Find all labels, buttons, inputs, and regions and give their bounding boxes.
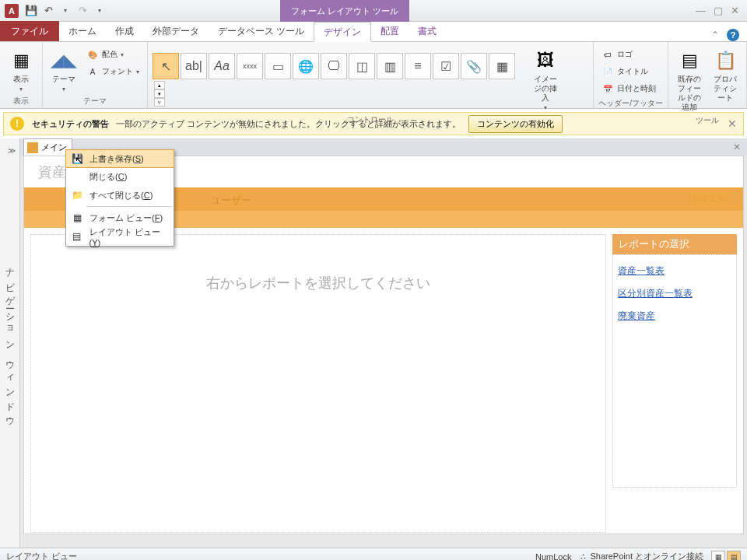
ctx-close[interactable]: 閉じる(C) (66, 167, 174, 186)
datetime-button[interactable]: 📅日付と時刻 (598, 81, 659, 96)
label-control[interactable]: Aa (209, 53, 235, 79)
chevron-down-icon: ▾ (544, 104, 547, 111)
gallery-more-icon[interactable]: ▿ (154, 98, 165, 107)
security-message[interactable]: 一部のアクティブ コンテンツが無効にされました。クリックすると詳細が表示されます… (116, 119, 461, 128)
tab-external-data[interactable]: 外部データ (143, 21, 209, 41)
view-icon: ▦ (9, 48, 33, 73)
group-tools: ▤ 既存のフィールドの追加 📋 プロパティシート ツール (668, 42, 747, 108)
gallery-down-icon[interactable]: ▾ (154, 89, 165, 98)
tab-format[interactable]: 書式 (409, 21, 446, 41)
view-form-button[interactable]: ▦ (711, 551, 725, 561)
view-layout-button[interactable]: ▤ (727, 551, 741, 561)
redo-icon[interactable]: ↷ (75, 3, 90, 19)
app-icon: A (5, 4, 19, 18)
insert-image-button[interactable]: 🖼 イメージの挿入 ▾ (529, 47, 562, 113)
logo-icon: 🏷 (601, 48, 614, 61)
status-numlock: NumLock (535, 552, 571, 561)
form-title: 資産 (38, 163, 66, 181)
hyperlink-control[interactable]: 🌐 (293, 53, 319, 79)
undo-icon[interactable]: ↶ (40, 3, 56, 19)
tab-context-menu: 💾 上書き保存(S) 閉じる(C) 📁 すべて閉じる(C) ▦ フォーム ビュー… (65, 149, 174, 247)
tab-database-tools[interactable]: データベース ツール (209, 21, 314, 41)
ctx-save[interactable]: 💾 上書き保存(S) (65, 149, 174, 168)
ribbon-tab-strip: ファイル ホーム 作成 外部データ データベース ツール デザイン 配置 書式 … (0, 22, 747, 42)
report-select-header: レポートの選択 (612, 234, 737, 254)
form-body: 右からレポートを選択してください レポートの選択 資産一覧表 区分別資産一覧表 … (24, 228, 743, 534)
undo-dropdown-icon[interactable]: ▾ (58, 3, 73, 19)
tab-arrange[interactable]: 配置 (371, 21, 409, 41)
close-icon[interactable]: ✕ (731, 5, 739, 16)
body-placeholder-text: 右からレポートを選択してください (206, 274, 430, 292)
form-body-left: 右からレポートを選択してください (30, 234, 606, 533)
button-control[interactable]: xxxx (237, 53, 263, 79)
sharepoint-status: ⛬ SharePoint とオンライン接続 (579, 551, 703, 560)
restore-icon[interactable]: ▢ (714, 5, 723, 16)
navigation-control[interactable]: ◫ (349, 53, 375, 79)
ctx-layout-view-label: レイアウト ビュー(Y) (89, 226, 170, 247)
ctx-form-view[interactable]: ▦ フォーム ビュー(F) (66, 208, 174, 227)
select-tool[interactable]: ↖ (153, 53, 179, 79)
view-switcher: ▦ ▤ (711, 551, 741, 561)
ctx-layout-view[interactable]: ▤ レイアウト ビュー(Y) (66, 227, 174, 246)
nav-tab-add-new[interactable]: [新規追加] (689, 194, 728, 204)
blank-icon (71, 170, 83, 183)
tab-design[interactable]: デザイン (314, 22, 371, 42)
colors-button[interactable]: 🎨 配色 ▾ (83, 47, 142, 62)
ctx-close-all[interactable]: 📁 すべて閉じる(C) (66, 186, 174, 205)
fonts-icon: A (86, 65, 99, 78)
subform-control[interactable]: ▦ (489, 53, 515, 79)
group-themes: ◢◣ テーマ ▾ 🎨 配色 ▾ A フォント ▾ テーマ (43, 42, 148, 108)
nav-expand-icon[interactable]: ≫ (8, 146, 16, 155)
view-button[interactable]: ▦ 表示 ▾ (5, 47, 37, 94)
qat-customize-icon[interactable]: ▾ (92, 3, 107, 19)
navigation-pane-collapsed[interactable]: ナビゲーション ウィンドウ (0, 138, 20, 548)
listbox-control[interactable]: ≡ (405, 53, 431, 79)
ctx-save-label: 上書き保存(S) (89, 153, 144, 165)
warning-icon: ! (10, 117, 24, 131)
help-icon[interactable]: ? (727, 29, 739, 41)
tab-control[interactable]: ▭ (265, 53, 291, 79)
checkbox-control[interactable]: ☑ (433, 53, 459, 79)
chevron-down-icon: ▾ (62, 86, 65, 93)
group-controls: ↖ ab| Aa xxxx ▭ 🌐 🖵 ◫ ▥ ≡ ☑ 📎 ▦ ▴ ▾ ▿ (148, 42, 594, 108)
add-fields-button[interactable]: ▤ 既存のフィールドの追加 (673, 47, 706, 114)
report-link-asset-list[interactable]: 資産一覧表 (616, 260, 733, 282)
tab-home[interactable]: ホーム (59, 21, 106, 41)
textbox-control[interactable]: ab| (181, 53, 207, 79)
datetime-label: 日付と時刻 (617, 83, 656, 94)
image-icon: 🖼 (533, 48, 558, 73)
minimize-icon[interactable]: — (696, 5, 706, 16)
tab-create[interactable]: 作成 (106, 21, 143, 41)
property-sheet-icon: 📋 (713, 48, 738, 73)
group-label-views: 表示 (5, 94, 37, 108)
attachment-control[interactable]: 📎 (461, 53, 487, 79)
close-document-icon[interactable]: ✕ (733, 142, 747, 152)
title-button[interactable]: 📄タイトル (598, 64, 659, 79)
enable-content-button[interactable]: コンテンツの有効化 (468, 115, 563, 133)
status-right: NumLock ⛬ SharePoint とオンライン接続 ▦ ▤ (535, 551, 741, 561)
close-bar-icon[interactable]: ✕ (728, 117, 737, 130)
sharepoint-label: SharePoint とオンライン接続 (591, 551, 703, 560)
save-icon[interactable]: 💾 (23, 3, 39, 19)
themes-icon: ◢◣ (51, 48, 76, 73)
property-sheet-button[interactable]: 📋 プロパティシート (709, 47, 742, 104)
nav-tab-users[interactable]: ユーザー (198, 191, 264, 211)
report-link-discarded[interactable]: 廃棄資産 (616, 305, 733, 327)
logo-button[interactable]: 🏷ロゴ (598, 47, 659, 62)
fonts-label: フォント (102, 66, 133, 77)
webbrowser-control[interactable]: 🖵 (321, 53, 347, 79)
minimize-ribbon-icon[interactable]: ⌃ (711, 30, 719, 40)
ribbon-body: ▦ 表示 ▾ 表示 ◢◣ テーマ ▾ 🎨 配色 ▾ A フォント (0, 42, 747, 109)
file-tab[interactable]: ファイル (0, 21, 59, 41)
report-link-category-list[interactable]: 区分別資産一覧表 (616, 282, 733, 305)
status-view-mode: レイアウト ビュー (6, 551, 77, 560)
fonts-button[interactable]: A フォント ▾ (83, 64, 142, 79)
chevron-down-icon: ▾ (19, 86, 23, 93)
combobox-control[interactable]: ▥ (377, 53, 403, 79)
window-controls: — ▢ ✕ (696, 5, 739, 16)
gallery-up-icon[interactable]: ▴ (154, 81, 165, 89)
calendar-icon: 📅 (601, 82, 614, 95)
group-header-footer: 🏷ロゴ 📄タイトル 📅日付と時刻 ヘッダー/フッター (594, 42, 668, 108)
chevron-down-icon: ▾ (136, 68, 139, 75)
themes-button[interactable]: ◢◣ テーマ ▾ (47, 47, 80, 94)
